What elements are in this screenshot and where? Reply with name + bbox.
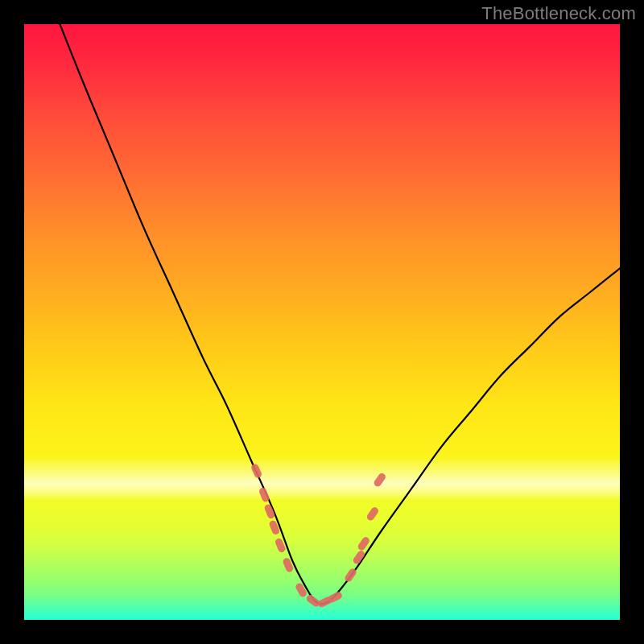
- watermark-text: TheBottleneck.com: [481, 3, 636, 24]
- curve-layer: [24, 24, 620, 620]
- curve-marker: [373, 472, 387, 488]
- plot-area: [24, 24, 620, 620]
- chart-frame: TheBottleneck.com: [0, 0, 644, 644]
- bottleneck-curve: [60, 24, 620, 604]
- curve-marker: [250, 463, 263, 479]
- curve-marker: [295, 582, 308, 598]
- curve-markers: [250, 463, 387, 609]
- curve-marker: [365, 506, 380, 522]
- curve-marker: [305, 593, 321, 608]
